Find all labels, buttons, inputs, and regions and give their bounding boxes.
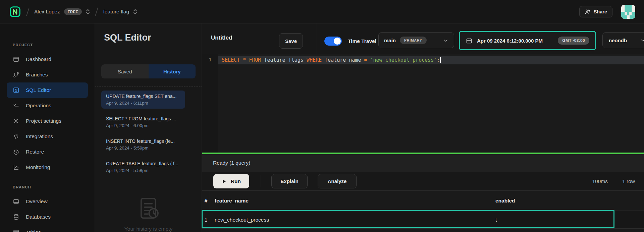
text-cursor [440,57,441,63]
calendar-icon [466,37,473,44]
run-button[interactable]: Run [213,174,249,188]
history-date: Apr 9, 2024 - 5:58pm [106,168,180,173]
sidebar-item-label: Branches [26,72,48,78]
sidebar-item-label: Integrations [26,133,53,139]
database-select[interactable]: neondb [602,32,644,48]
history-query: SELECT * FROM feature_flags ... [106,116,180,121]
sidebar-item-label: Databases [26,214,51,220]
gear-icon [13,118,19,124]
project-switcher-icon[interactable] [133,9,138,15]
sql-token: * [243,57,246,63]
sql-token: WHERE [307,57,322,63]
sidebar-item-label: Overview [26,198,48,205]
breadcrumb-separator [95,7,98,16]
header-enabled: enabled [495,191,515,211]
tables-icon [13,229,19,232]
sql-editor-icon [13,87,19,94]
play-icon [222,179,226,184]
sidebar-item-tables[interactable]: Tables [7,225,88,232]
dashboard-icon [13,56,19,63]
org-switcher-icon[interactable] [86,9,90,15]
operations-icon [13,102,19,109]
editor-gutter: 1 [202,54,218,153]
neon-logo-icon[interactable] [9,5,21,18]
sidebar-item-label: Restore [26,149,44,155]
database-name: neondb [609,38,627,43]
cell-row-number: 1 [202,211,210,228]
history-query: INSERT INTO feature_flags (fe... [106,138,180,144]
editor-toolbar: Untitled Save Time Travel main PRIMARY A… [202,23,644,54]
sidebar-item-project-settings[interactable]: Project settings [7,113,88,129]
history-query: CREATE TABLE feature_flags ( f... [106,161,180,166]
time-travel-datetime-picker[interactable]: Apr 09 2024 6:12:00.000 PM GMT -03:00 [461,33,594,48]
plan-badge: FREE [64,8,82,15]
history-item[interactable]: SELECT * FROM feature_flags ... Apr 9, 2… [101,113,185,131]
monitoring-icon [13,164,19,171]
sidebar-item-operations[interactable]: Operations [7,98,88,113]
sidebar-item-dashboard[interactable]: Dashboard [7,52,88,67]
line-number: 1 [202,57,218,62]
history-date: Apr 9, 2024 - 5:59pm [106,146,180,151]
sidebar-item-integrations[interactable]: Integrations [7,129,88,144]
empty-history-icon [135,195,162,223]
sidebar: PROJECT Dashboard Branches SQL Editor Op… [0,23,95,232]
sql-token [246,57,249,63]
sidebar-item-restore[interactable]: Restore [7,144,88,160]
history-item[interactable]: UPDATE feature_flags SET ena... Apr 9, 2… [101,91,185,109]
org-name[interactable]: Alex Lopez [34,9,60,15]
cell-enabled: t [495,211,497,228]
avatar[interactable] [621,5,635,19]
query-actions-bar: Run Explain Analyze 100ms 1 row [202,172,644,190]
sidebar-item-label: Operations [26,103,51,109]
sidebar-item-overview[interactable]: Overview [7,194,88,209]
empty-history-text: Your history is empty [95,226,202,232]
query-tab-title[interactable]: Untitled [211,35,232,41]
sidebar-item-sql-editor[interactable]: SQL Editor [7,82,88,98]
sql-token [240,57,243,63]
results-table: # feature_name enabled 1 new_checkout_pr… [202,190,644,232]
toolbar-divider [317,23,317,54]
save-button[interactable]: Save [279,33,303,49]
sql-token: feature_flags [261,57,306,63]
sidebar-item-label: SQL Editor [26,87,51,93]
explain-button[interactable]: Explain [271,174,308,188]
history-item[interactable]: CREATE TABLE feature_flags ( f... Apr 9,… [101,158,185,176]
history-item[interactable]: INSERT INTO feature_flags (fe... Apr 9, … [101,135,185,154]
sidebar-item-branches[interactable]: Branches [7,67,88,82]
sql-token: feature_name [322,57,364,63]
sql-token: ; [437,57,440,63]
sidebar-item-label: Tables [26,229,41,232]
table-row: 1 new_checkout_process t [202,211,644,229]
project-name[interactable]: feature flag [103,9,129,15]
sidebar-item-label: Dashboard [26,56,51,62]
history-date: Apr 9, 2024 - 6:00pm [106,123,180,128]
sql-editor-panel: SQL Editor Saved History UPDATE feature_… [95,23,202,232]
tab-saved[interactable]: Saved [101,64,149,78]
time-travel-label: Time Travel [348,37,376,46]
header-feature-name: feature_name [215,191,249,211]
chevron-down-icon [443,38,448,43]
toggle-knob [334,38,341,45]
integrations-icon [13,133,19,140]
share-button[interactable]: Share [579,6,612,17]
query-status-bar: Ready (1 query) [202,154,644,172]
neon-console: Alex Lopez FREE feature flag Share [0,0,644,232]
sql-code-editor[interactable]: 1 SELECT * FROM feature_flags WHERE feat… [202,54,644,153]
sidebar-item-monitoring[interactable]: Monitoring [7,160,88,175]
sidebar-section-project: PROJECT [0,43,95,49]
breadcrumb-separator [26,7,30,16]
chevron-down-icon [640,38,644,43]
cell-feature-name: new_checkout_process [215,211,269,228]
branch-select[interactable]: main PRIMARY [378,32,454,48]
share-label: Share [594,9,607,14]
sql-token: 'new_checkout_process' [370,57,437,63]
time-travel-toggle[interactable] [324,37,342,46]
sidebar-item-databases[interactable]: Databases [7,209,88,225]
tab-history[interactable]: History [149,64,196,78]
panel-dashed-divider [95,86,202,87]
history-empty-state: Your history is empty [95,195,202,232]
analyze-button[interactable]: Analyze [318,174,357,188]
history-list: UPDATE feature_flags SET ena... Apr 9, 2… [101,91,185,180]
actions-divider [261,175,261,187]
history-query: UPDATE feature_flags SET ena... [106,94,180,99]
